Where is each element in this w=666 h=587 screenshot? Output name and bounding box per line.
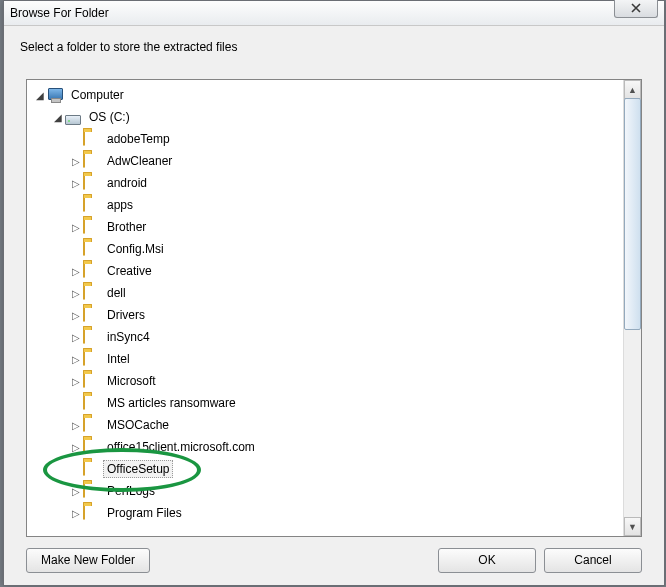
- expand-icon[interactable]: ▷: [69, 178, 83, 189]
- folder-icon: [83, 439, 99, 455]
- instruction-text: Select a folder to store the extracted f…: [4, 26, 664, 62]
- expand-icon[interactable]: ▷: [69, 310, 83, 321]
- tree-item-label: MSOCache: [103, 416, 173, 434]
- folder-icon: [83, 329, 99, 345]
- tree-item-label: android: [103, 174, 151, 192]
- tree-row-folder-1[interactable]: ▷AdwCleaner: [27, 150, 641, 172]
- ok-button[interactable]: OK: [438, 548, 536, 573]
- tree-item-label: MS articles ransomware: [103, 394, 240, 412]
- tree-item-label: OfficeSetup: [103, 460, 173, 478]
- tree-item-label: OS (C:): [85, 108, 134, 126]
- folder-icon: [83, 483, 99, 499]
- tree-row-folder-5[interactable]: Config.Msi: [27, 238, 641, 260]
- title-bar: Browse For Folder: [4, 1, 664, 26]
- tree-item-label: AdwCleaner: [103, 152, 176, 170]
- tree-row-folder-16[interactable]: ▷PerfLogs: [27, 480, 641, 502]
- folder-icon: [83, 395, 99, 411]
- folder-icon: [83, 219, 99, 235]
- folder-icon: [83, 285, 99, 301]
- tree-row-folder-12[interactable]: MS articles ransomware: [27, 392, 641, 414]
- expand-icon[interactable]: ▷: [69, 266, 83, 277]
- expand-icon[interactable]: ▷: [69, 442, 83, 453]
- tree-item-label: Computer: [67, 86, 128, 104]
- tree-row-folder-8[interactable]: ▷Drivers: [27, 304, 641, 326]
- tree-item-label: adobeTemp: [103, 130, 174, 148]
- folder-icon: [83, 461, 99, 477]
- tree-item-label: Drivers: [103, 306, 149, 324]
- tree-item-label: inSync4: [103, 328, 154, 346]
- tree-item-label: Microsoft: [103, 372, 160, 390]
- folder-icon: [83, 175, 99, 191]
- folder-tree-container: ◢Computer◢OS (C:)adobeTemp▷AdwCleaner▷an…: [26, 79, 642, 537]
- folder-icon: [83, 153, 99, 169]
- folder-icon: [83, 505, 99, 521]
- expand-icon[interactable]: ▷: [69, 508, 83, 519]
- tree-item-label: Config.Msi: [103, 240, 168, 258]
- tree-item-label: PerfLogs: [103, 482, 159, 500]
- expand-icon[interactable]: ▷: [69, 354, 83, 365]
- folder-icon: [83, 197, 99, 213]
- tree-item-label: office15client.microsoft.com: [103, 438, 259, 456]
- window-title: Browse For Folder: [10, 6, 109, 20]
- drive-icon: [65, 109, 81, 125]
- tree-row-folder-13[interactable]: ▷MSOCache: [27, 414, 641, 436]
- tree-item-label: apps: [103, 196, 137, 214]
- tree-item-label: dell: [103, 284, 130, 302]
- tree-row-folder-17[interactable]: ▷Program Files: [27, 502, 641, 524]
- tree-row-folder-10[interactable]: ▷Intel: [27, 348, 641, 370]
- close-button[interactable]: [614, 0, 658, 18]
- tree-row-computer[interactable]: ◢Computer: [27, 84, 641, 106]
- expand-icon[interactable]: ▷: [69, 332, 83, 343]
- tree-row-folder-6[interactable]: ▷Creative: [27, 260, 641, 282]
- button-bar: Make New Folder OK Cancel: [26, 547, 642, 573]
- browse-folder-dialog: Browse For Folder Select a folder to sto…: [3, 0, 665, 586]
- collapse-icon[interactable]: ◢: [33, 90, 47, 101]
- expand-icon[interactable]: ▷: [69, 288, 83, 299]
- folder-icon: [83, 373, 99, 389]
- scroll-down-button[interactable]: ▼: [624, 517, 641, 536]
- tree-row-folder-14[interactable]: ▷office15client.microsoft.com: [27, 436, 641, 458]
- tree-item-label: Program Files: [103, 504, 186, 522]
- computer-icon: [47, 87, 63, 103]
- scroll-up-button[interactable]: ▲: [624, 80, 641, 99]
- scrollbar: ▲ ▼: [623, 80, 641, 536]
- folder-icon: [83, 417, 99, 433]
- tree-row-folder-3[interactable]: apps: [27, 194, 641, 216]
- close-icon: [630, 3, 642, 13]
- expand-icon[interactable]: ▷: [69, 222, 83, 233]
- collapse-icon[interactable]: ◢: [51, 112, 65, 123]
- tree-row-folder-2[interactable]: ▷android: [27, 172, 641, 194]
- expand-icon[interactable]: ▷: [69, 486, 83, 497]
- tree-item-label: Intel: [103, 350, 134, 368]
- make-new-folder-button[interactable]: Make New Folder: [26, 548, 150, 573]
- folder-icon: [83, 307, 99, 323]
- tree-row-folder-7[interactable]: ▷dell: [27, 282, 641, 304]
- expand-icon[interactable]: ▷: [69, 376, 83, 387]
- expand-icon[interactable]: ▷: [69, 420, 83, 431]
- folder-icon: [83, 131, 99, 147]
- tree-row-drive[interactable]: ◢OS (C:): [27, 106, 641, 128]
- tree-item-label: Brother: [103, 218, 150, 236]
- tree-row-folder-11[interactable]: ▷Microsoft: [27, 370, 641, 392]
- folder-icon: [83, 263, 99, 279]
- tree-item-label: Creative: [103, 262, 156, 280]
- tree-row-folder-0[interactable]: adobeTemp: [27, 128, 641, 150]
- tree-row-folder-15[interactable]: OfficeSetup: [27, 458, 641, 480]
- folder-icon: [83, 241, 99, 257]
- expand-icon[interactable]: ▷: [69, 156, 83, 167]
- scroll-thumb[interactable]: [624, 98, 641, 330]
- folder-tree[interactable]: ◢Computer◢OS (C:)adobeTemp▷AdwCleaner▷an…: [27, 80, 641, 536]
- folder-icon: [83, 351, 99, 367]
- cancel-button[interactable]: Cancel: [544, 548, 642, 573]
- tree-row-folder-4[interactable]: ▷Brother: [27, 216, 641, 238]
- tree-row-folder-9[interactable]: ▷inSync4: [27, 326, 641, 348]
